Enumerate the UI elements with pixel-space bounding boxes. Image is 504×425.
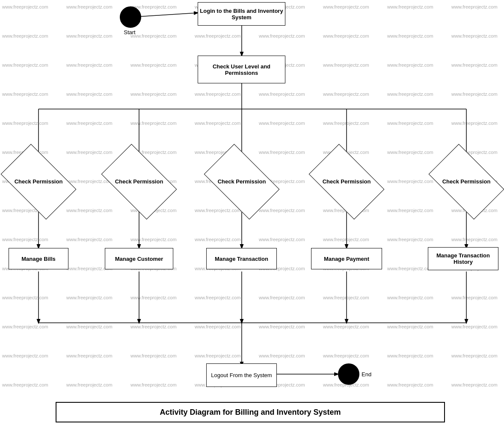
manage-transaction-label: Manage Transaction [215, 256, 268, 262]
diamond-3-label: Check Permission [218, 178, 266, 186]
manage-customer-label: Manage Customer [115, 256, 163, 262]
diamond-5-label: Check Permission [442, 178, 491, 186]
diagram-title: Activity Diagram for Billing and Invento… [160, 408, 341, 417]
login-box: Login to the Bills and Inventory System [198, 2, 285, 26]
logout-box: Logout From the System [206, 363, 277, 387]
check-permissions-box: Check User Level and Permissions [198, 56, 285, 83]
diamond-1: Check Permission [6, 160, 71, 203]
manage-bills-label: Manage Bills [21, 256, 55, 262]
manage-customer-box: Manage Customer [105, 248, 173, 269]
diamond-5: Check Permission [434, 160, 498, 203]
manage-bills-box: Manage Bills [9, 248, 68, 269]
check-permissions-label: Check User Level and Permissions [198, 63, 285, 76]
start-label: Start [115, 29, 145, 35]
login-label: Login to the Bills and Inventory System [198, 8, 285, 21]
diamond-3: Check Permission [210, 160, 274, 203]
diamond-4-label: Check Permission [323, 178, 371, 186]
manage-transaction-history-label: Manage Transaction History [428, 252, 498, 265]
diamond-2-label: Check Permission [115, 178, 163, 186]
logout-label: Logout From the System [211, 372, 272, 378]
manage-payment-box: Manage Payment [311, 248, 382, 269]
diagram-title-box: Activity Diagram for Billing and Invento… [56, 402, 445, 422]
diamond-4: Check Permission [314, 160, 379, 203]
end-node [338, 363, 359, 385]
manage-payment-label: Manage Payment [324, 256, 369, 262]
manage-transaction-history-box: Manage Transaction History [428, 247, 498, 270]
start-node [120, 6, 141, 28]
diagram-container: Start Login to the Bills and Inventory S… [0, 0, 504, 425]
end-label: End [362, 371, 371, 378]
diamond-1-label: Check Permission [15, 178, 63, 186]
manage-transaction-box: Manage Transaction [206, 248, 277, 269]
diamond-2: Check Permission [107, 160, 171, 203]
